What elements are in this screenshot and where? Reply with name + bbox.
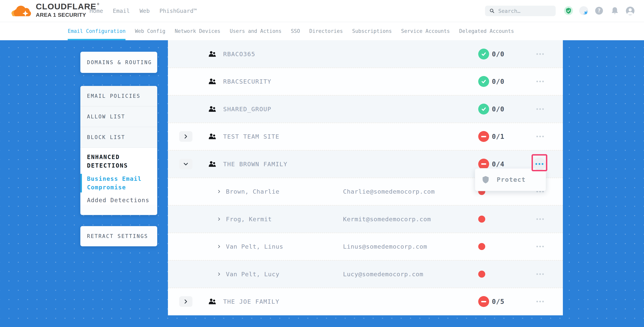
nav-item-email[interactable]: Email [113, 7, 130, 14]
sidebar-item-domains-routing[interactable]: DOMAINS & ROUTING [80, 52, 157, 73]
status-dot-unprotected [478, 271, 485, 278]
table-row[interactable]: TEST TEAM SITE 0/1 [168, 123, 563, 150]
shield-icon [482, 176, 489, 184]
nav-item-home[interactable]: Home [90, 7, 103, 14]
sidebar-item-allow-list[interactable]: ALLOW LIST [80, 106, 157, 127]
status-badge-unprotected [478, 131, 489, 142]
protection-count: 0/0 [492, 50, 504, 58]
tab-web-config[interactable]: Web Config [135, 22, 166, 40]
tab-directories[interactable]: Directories [309, 22, 343, 40]
business-email-compromise-label: Business Email Compromise [87, 175, 142, 191]
table-row[interactable]: RBACO365 0/0 [168, 40, 563, 68]
email-policies-label: EMAIL POLICIES [80, 93, 140, 99]
row-menu-button[interactable] [536, 134, 544, 139]
sidebar-item-retract-settings[interactable]: RETRACT SETTINGS [80, 226, 157, 246]
chevron-right-icon [184, 134, 188, 139]
table-row[interactable]: Frog, Kermit Kermit@somedemocorp.com [168, 205, 563, 233]
tab-sso[interactable]: SSO [291, 22, 300, 40]
tab-users-and-actions[interactable]: Users and Actions [230, 22, 282, 40]
status-badge-protected [478, 76, 489, 87]
domains-routing-label: DOMAINS & ROUTING [80, 59, 152, 65]
section-tabs: Email Configuration Web Config Network D… [0, 22, 644, 40]
primary-nav: Home Email Web PhishGuard™ [90, 0, 197, 22]
row-menu-button[interactable] [536, 244, 544, 249]
table-row[interactable]: RBACSECURITY 0/0 [168, 68, 563, 95]
status-badge-protected [478, 104, 489, 114]
nav-item-web[interactable]: Web [140, 7, 150, 14]
user-avatar-icon[interactable] [626, 6, 634, 15]
member-name: Brown, Charlie [226, 188, 280, 195]
member-email: Charlie@somedemocorp.com [343, 188, 435, 195]
protection-status-icon[interactable] [564, 6, 573, 15]
gear-icon[interactable] [579, 6, 588, 15]
expand-row-button[interactable] [179, 131, 192, 142]
sidebar-item-email-policies[interactable]: EMAIL POLICIES [80, 86, 157, 106]
member-email: Kermit@somedemocorp.com [343, 216, 431, 223]
group-name: RBACSECURITY [223, 78, 272, 85]
expand-row-button[interactable] [179, 296, 192, 307]
group-icon [208, 161, 216, 167]
group-icon [208, 299, 216, 305]
help-icon[interactable]: ? [595, 7, 603, 14]
row-menu-button[interactable] [536, 51, 544, 57]
table-row[interactable]: SHARED_GROUP 0/0 [168, 95, 563, 123]
row-menu-button[interactable] [536, 271, 544, 277]
group-name: TEST TEAM SITE [223, 133, 280, 140]
collapse-row-button[interactable] [179, 159, 192, 169]
member-chevron-icon [218, 245, 221, 249]
table-row[interactable]: Van Pelt, Linus Linus@somedemocorp.com [168, 233, 563, 261]
member-email: Lucy@somedemocorp.com [343, 271, 423, 278]
group-name: SHARED_GROUP [223, 106, 272, 113]
row-menu-button[interactable] [536, 79, 544, 84]
search-box[interactable] [485, 6, 556, 16]
allow-list-label: ALLOW LIST [80, 114, 125, 120]
row-menu-button[interactable] [536, 106, 544, 112]
status-dot-unprotected [478, 243, 485, 250]
retract-settings-label: RETRACT SETTINGS [80, 233, 148, 239]
bell-icon[interactable] [610, 6, 619, 15]
member-email: Linus@somedemocorp.com [343, 243, 427, 250]
tab-email-configuration[interactable]: Email Configuration [68, 22, 126, 40]
sidebar-item-added-detections[interactable]: Added Detections [87, 196, 151, 205]
group-icon [208, 133, 216, 140]
sidebar-section-enhanced-detections: ENHANCED DETECTIONS Business Email Compr… [80, 148, 157, 205]
active-item-indicator [80, 174, 82, 192]
search-input[interactable] [498, 8, 547, 14]
group-icon [208, 51, 216, 57]
status-badge-unprotected [478, 159, 489, 170]
row-menu-button[interactable] [536, 299, 544, 304]
row-menu-button[interactable] [536, 216, 544, 222]
table-row[interactable]: Van Pelt, Lucy Lucy@somedemocorp.com [168, 260, 563, 288]
tab-network-devices[interactable]: Network Devices [175, 22, 220, 40]
member-chevron-icon [218, 190, 221, 193]
enhanced-detections-title[interactable]: ENHANCED DETECTIONS [87, 153, 151, 170]
table-row[interactable]: THE JOE FAMILY 0/5 [168, 288, 563, 316]
tab-subscriptions[interactable]: Subscriptions [352, 22, 392, 40]
member-name: Frog, Kermit [226, 216, 272, 223]
sidebar-item-business-email-compromise[interactable]: Business Email Compromise [87, 175, 151, 192]
group-name: THE JOE FAMILY [223, 298, 280, 305]
member-name: Van Pelt, Lucy [226, 271, 280, 278]
group-name: RBACO365 [223, 50, 255, 57]
sidebar-item-block-list[interactable]: BLOCK LIST [80, 127, 157, 148]
row-menu-button-active[interactable] [533, 158, 546, 171]
protection-count: 0/4 [492, 160, 504, 168]
search-icon [489, 8, 495, 13]
protection-count: 0/5 [492, 298, 504, 306]
tab-delegated-accounts[interactable]: Delegated Accounts [459, 22, 514, 40]
status-dot-unprotected [478, 216, 485, 223]
protection-count: 0/0 [492, 105, 504, 113]
cloudflare-logo: CLOUDFLARE® AREA 1 SECURITY [11, 2, 100, 18]
chevron-down-icon [183, 162, 188, 166]
nav-item-phishguard[interactable]: PhishGuard™ [160, 7, 197, 14]
top-header: CLOUDFLARE® AREA 1 SECURITY Home Email W… [0, 0, 644, 22]
menu-item-protect[interactable]: Protect [497, 176, 526, 183]
protection-count: 0/0 [492, 78, 504, 85]
content-area: DOMAINS & ROUTING EMAIL POLICIES ALLOW L… [0, 40, 644, 327]
help-glyph: ? [598, 8, 600, 13]
row-context-menu: Protect [475, 168, 546, 191]
sidebar-policies-card: EMAIL POLICIES ALLOW LIST BLOCK LIST ENH… [80, 86, 157, 215]
tab-service-accounts[interactable]: Service Accounts [401, 22, 450, 40]
member-chevron-icon [218, 272, 221, 276]
protection-count: 0/1 [492, 133, 504, 140]
